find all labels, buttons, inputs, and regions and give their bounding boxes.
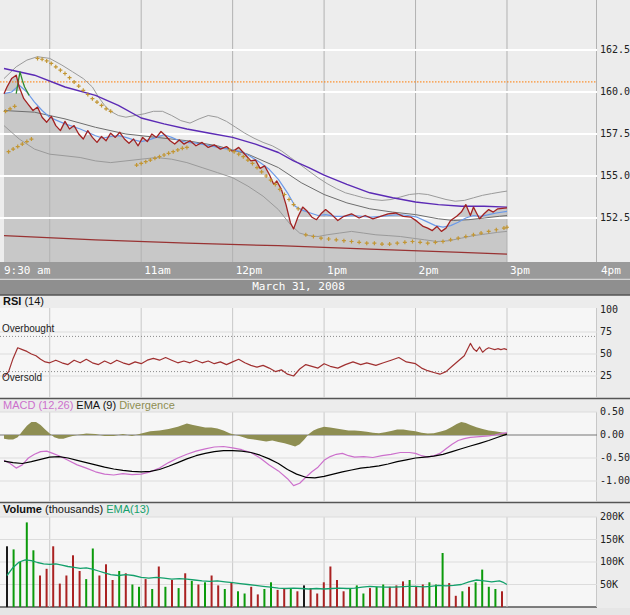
volume-bar xyxy=(389,587,391,607)
time-axis-label: 12pm xyxy=(236,264,263,277)
volume-bar xyxy=(85,579,87,607)
volume-bar xyxy=(461,591,463,607)
macd-tick-label: 0.00 xyxy=(600,429,624,440)
volume-bar xyxy=(131,585,133,608)
volume-bar xyxy=(442,553,444,607)
volume-bar xyxy=(244,594,246,608)
volume-bar xyxy=(336,580,338,607)
ema-legend-label: EMA (9) xyxy=(73,399,116,411)
volume-bar xyxy=(79,571,81,607)
volume-bar xyxy=(171,580,173,607)
volume-bar xyxy=(455,596,457,607)
volume-bar xyxy=(197,585,199,608)
volume-bar xyxy=(191,581,193,607)
overbought-label: Overbought xyxy=(2,323,54,334)
volume-bar xyxy=(376,587,378,607)
rsi-tick-label: 25 xyxy=(600,370,612,381)
volume-ema-legend-label: EMA(13) xyxy=(106,503,149,515)
volume-bar xyxy=(65,576,67,608)
time-axis-label: 2pm xyxy=(419,264,439,277)
time-axis-label: 4pm xyxy=(601,264,621,277)
macd-tick-label: -1.00 xyxy=(600,475,630,486)
rsi-tick-label: 75 xyxy=(600,326,612,337)
volume-bar xyxy=(204,582,206,607)
volume-bar xyxy=(13,549,15,607)
volume-bar xyxy=(296,591,298,607)
volume-bar xyxy=(105,564,107,607)
volume-bar xyxy=(6,546,8,607)
volume-bar xyxy=(151,589,153,607)
volume-bar xyxy=(59,584,61,607)
volume-bar xyxy=(290,588,292,607)
price-tick-label: 157.5 xyxy=(600,128,630,139)
volume-bar xyxy=(329,567,331,608)
volume-bar xyxy=(475,582,477,607)
volume-bar xyxy=(343,591,345,607)
volume-bar xyxy=(448,583,450,607)
rsi-tick-label: 50 xyxy=(600,348,612,359)
volume-bar xyxy=(409,580,411,607)
volume-bar xyxy=(26,522,28,607)
volume-bar xyxy=(362,594,364,608)
volume-bar xyxy=(488,587,490,607)
volume-bar xyxy=(118,571,120,607)
time-axis-label: 1pm xyxy=(327,264,347,277)
volume-bar xyxy=(283,589,285,607)
time-axis-bar xyxy=(0,262,630,279)
volume-bar xyxy=(112,580,114,607)
macd-tick-label: -0.50 xyxy=(600,452,630,463)
volume-bar xyxy=(263,589,265,607)
volume-bar xyxy=(435,585,437,608)
date-label: March 31, 2008 xyxy=(252,280,345,293)
time-axis-label: 9:30 am xyxy=(4,264,50,277)
price-tick-label: 162.5 xyxy=(600,44,630,55)
volume-bar xyxy=(230,582,232,607)
volume-bar xyxy=(39,576,41,608)
rsi-tick-label: 100 xyxy=(600,304,618,315)
volume-bar xyxy=(217,585,219,607)
rsi-title-param: (14) xyxy=(21,295,44,307)
divergence-legend-label: Divergence xyxy=(116,399,175,411)
volume-bar xyxy=(494,589,496,607)
volume-bar xyxy=(349,589,351,607)
volume-bar xyxy=(125,573,127,607)
volume-bar xyxy=(72,555,74,607)
volume-panel-title: Volume (thousands) EMA(13) xyxy=(3,503,150,515)
volume-bar xyxy=(323,582,325,607)
volume-bar xyxy=(158,567,160,608)
price-tick-label: 155.0 xyxy=(600,170,630,181)
bottom-strip xyxy=(0,608,630,615)
volume-bar xyxy=(277,590,279,607)
volume-bar xyxy=(19,562,21,607)
volume-units-label: (thousands) xyxy=(42,503,106,515)
volume-bar xyxy=(310,588,312,607)
volume-bar xyxy=(237,591,239,607)
volume-bar xyxy=(402,581,404,607)
volume-bar xyxy=(145,579,147,607)
volume-bar xyxy=(415,587,417,607)
volume-bar xyxy=(211,576,213,608)
oversold-label: Oversold xyxy=(2,372,42,383)
volume-tick-label: 50K xyxy=(600,579,618,590)
volume-bar xyxy=(92,549,94,608)
volume-bar xyxy=(178,588,180,607)
volume-bar xyxy=(164,587,166,607)
volume-bar xyxy=(481,570,483,607)
time-axis-label: 11am xyxy=(144,264,171,277)
volume-tick-label: 100K xyxy=(600,556,624,567)
volume-bar xyxy=(98,576,100,608)
volume-bar xyxy=(270,582,272,607)
chart-canvas xyxy=(0,0,630,615)
volume-bar xyxy=(316,594,318,608)
volume-bar xyxy=(422,585,424,608)
price-tick-label: 152.5 xyxy=(600,212,630,223)
volume-bar xyxy=(369,588,371,607)
volume-bar xyxy=(138,587,140,607)
volume-bar xyxy=(52,546,54,607)
rsi-title-main: RSI xyxy=(3,295,21,307)
volume-legend-label: Volume xyxy=(3,503,42,515)
volume-bar xyxy=(382,585,384,608)
volume-bar xyxy=(224,589,226,607)
rsi-panel-title: RSI (14) xyxy=(3,295,44,307)
volume-bar xyxy=(32,550,34,607)
